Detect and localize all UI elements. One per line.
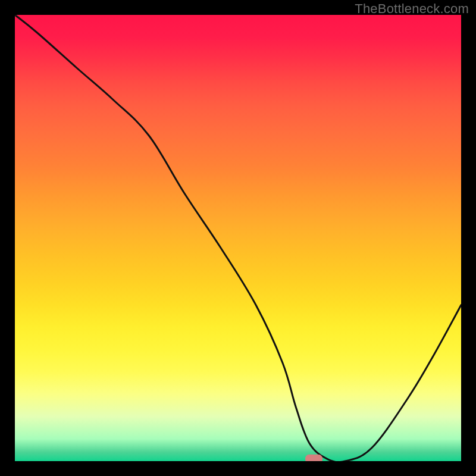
chart-overlay-svg <box>15 15 461 461</box>
plot-area <box>15 15 461 461</box>
optimal-point-marker <box>306 455 322 461</box>
bottleneck-curve <box>15 15 461 461</box>
chart-container: TheBottleneck.com <box>0 0 476 476</box>
watermark-label: TheBottleneck.com <box>355 1 469 17</box>
